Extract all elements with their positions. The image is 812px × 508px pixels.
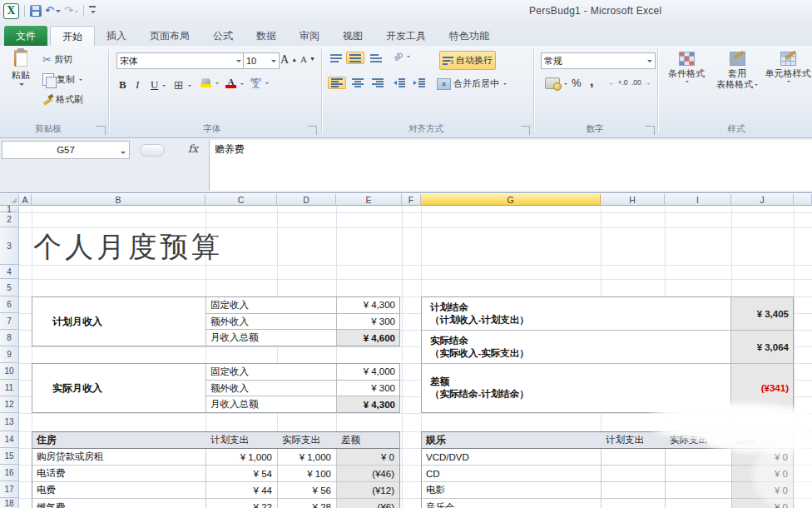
- tab-data[interactable]: 数据: [245, 27, 288, 46]
- dialog-launcher-icon[interactable]: [646, 126, 655, 135]
- column-header-c[interactable]: C: [205, 194, 277, 206]
- customize-qat-button[interactable]: [89, 6, 96, 16]
- decrease-decimal-button[interactable]: .00→: [629, 77, 653, 87]
- table-row[interactable]: CD ¥ 0: [422, 466, 793, 482]
- column-header-f[interactable]: F: [402, 194, 421, 206]
- tab-review[interactable]: 审阅: [288, 27, 331, 46]
- table-row[interactable]: 燃气费 ¥ 22 ¥ 28 (¥6): [32, 499, 399, 508]
- column-header-partial[interactable]: [794, 194, 812, 206]
- table-row[interactable]: 电费 ¥ 44 ¥ 56 (¥12): [32, 482, 399, 499]
- summary-table[interactable]: 计划结余 （计划收入-计划支出） ¥ 3,405 实际结余 （实际收入-实际支出…: [421, 296, 794, 413]
- align-center-button[interactable]: [349, 77, 366, 88]
- align-left-button[interactable]: [328, 77, 346, 89]
- table-row[interactable]: 电话费 ¥ 54 ¥ 100 (¥46): [32, 466, 399, 482]
- save-button[interactable]: [30, 5, 42, 17]
- bold-button[interactable]: B: [116, 77, 129, 92]
- column-header-h[interactable]: H: [601, 194, 665, 206]
- row-header[interactable]: 5: [0, 279, 19, 296]
- copy-button[interactable]: 复制: [40, 72, 85, 87]
- cut-button[interactable]: ✂ 剪切: [40, 52, 75, 67]
- italic-button[interactable]: I: [133, 77, 141, 92]
- row-header[interactable]: 2: [0, 212, 19, 227]
- row-header[interactable]: 15: [0, 448, 19, 465]
- name-box[interactable]: G57: [2, 141, 130, 159]
- align-middle-button[interactable]: [346, 52, 364, 64]
- row-header[interactable]: 13: [0, 413, 19, 431]
- tab-developer[interactable]: 开发工具: [374, 27, 438, 46]
- row-header[interactable]: 4: [0, 265, 19, 279]
- row-header[interactable]: 17: [0, 481, 19, 498]
- formula-input[interactable]: 赡养费: [209, 140, 812, 191]
- table-row[interactable]: 额外收入 ¥ 300: [206, 381, 399, 397]
- column-header-a[interactable]: A: [19, 194, 32, 206]
- table-row[interactable]: 实际结余 （实际收入-实际支出） ¥ 3,064: [422, 331, 793, 364]
- table-row[interactable]: 固定收入 ¥ 4,000: [206, 364, 399, 381]
- fill-color-button[interactable]: [198, 77, 221, 88]
- tab-file[interactable]: 文件: [4, 26, 47, 46]
- row-header[interactable]: 8: [0, 330, 19, 346]
- increase-indent-button[interactable]: [411, 77, 428, 88]
- increase-decimal-button[interactable]: ←+.0: [606, 77, 631, 87]
- actual-income-table[interactable]: 实际月收入 固定收入 ¥ 4,000 额外收入 ¥ 300 月收入总额 ¥ 4,…: [32, 363, 400, 413]
- column-header-g-selected[interactable]: G: [421, 194, 601, 206]
- format-painter-button[interactable]: 格式刷: [40, 92, 86, 107]
- planned-income-table[interactable]: 计划月收入 固定收入 ¥ 4,300 额外收入 ¥ 300 月收入总额 ¥ 4,…: [32, 296, 400, 346]
- number-format-combo[interactable]: 常规: [541, 52, 656, 69]
- font-family-combo[interactable]: 宋体: [116, 52, 245, 69]
- currency-format-button[interactable]: [542, 77, 570, 90]
- tab-view[interactable]: 视图: [331, 27, 374, 46]
- table-row[interactable]: 额外收入 ¥ 300: [206, 314, 399, 331]
- tab-special-features[interactable]: 特色功能: [438, 27, 501, 46]
- dialog-launcher-icon[interactable]: [521, 126, 530, 135]
- table-row[interactable]: 固定收入 ¥ 4,300: [206, 297, 399, 314]
- column-header-j[interactable]: J: [731, 194, 794, 206]
- font-size-combo[interactable]: 10: [243, 52, 280, 69]
- housing-table[interactable]: 住房 计划支出 实际支出 差额 购房贷款或房租 ¥ 1,000 ¥ 1,000 …: [32, 431, 400, 508]
- wrap-text-button[interactable]: 自动换行: [439, 51, 496, 70]
- undo-dropdown-icon[interactable]: [56, 10, 61, 15]
- borders-button[interactable]: ⊞: [171, 77, 194, 92]
- conditional-formatting-button[interactable]: 条件格式: [664, 52, 709, 84]
- table-row-total[interactable]: 月收入总额 ¥ 4,300: [206, 396, 399, 412]
- orientation-button[interactable]: ab: [391, 51, 413, 62]
- row-header[interactable]: 16: [0, 465, 19, 481]
- align-right-button[interactable]: [369, 77, 386, 88]
- dialog-launcher-icon[interactable]: [97, 126, 106, 135]
- table-row[interactable]: 计划结余 （计划收入-计划支出） ¥ 3,405: [422, 297, 793, 331]
- table-row[interactable]: 购房贷款或房租 ¥ 1,000 ¥ 1,000 ¥ 0: [32, 449, 399, 466]
- font-color-button[interactable]: A: [223, 77, 246, 89]
- merge-center-button[interactable]: a 合并后居中: [434, 77, 509, 91]
- undo-button[interactable]: ↶: [45, 4, 61, 17]
- table-row[interactable]: 电影 ¥ 0: [422, 482, 793, 499]
- column-header-e[interactable]: E: [336, 194, 402, 206]
- decrease-indent-button[interactable]: [391, 77, 408, 88]
- row-header[interactable]: 11: [0, 380, 19, 396]
- row-header[interactable]: 6: [0, 296, 19, 313]
- row-header[interactable]: 18: [0, 498, 19, 508]
- dialog-launcher-icon[interactable]: [308, 126, 317, 135]
- align-bottom-button[interactable]: [368, 52, 384, 63]
- column-header-i[interactable]: I: [665, 194, 731, 206]
- worksheet[interactable]: A B C D E F G H I J 1 2 3 4 5 6 7 8 9 10…: [0, 192, 812, 508]
- insert-function-button[interactable]: fx: [188, 142, 198, 155]
- tab-insert[interactable]: 插入: [95, 27, 138, 46]
- format-as-table-button[interactable]: 套用 表格格式: [714, 52, 760, 90]
- underline-button[interactable]: U: [148, 77, 168, 92]
- comma-style-button[interactable]: ,: [587, 73, 596, 90]
- table-row-total[interactable]: 月收入总额 ¥ 4,600: [206, 330, 399, 346]
- phonetic-guide-button[interactable]: wén文: [248, 76, 271, 89]
- align-top-button[interactable]: [328, 52, 344, 63]
- redo-button[interactable]: ↷: [64, 4, 78, 17]
- row-header[interactable]: 12: [0, 396, 19, 413]
- percent-style-button[interactable]: %: [569, 76, 584, 90]
- row-header[interactable]: 7: [0, 313, 19, 330]
- cell-styles-button[interactable]: 单元格样式: [764, 52, 812, 84]
- column-header-b[interactable]: B: [32, 194, 205, 206]
- tab-home[interactable]: 开始: [50, 26, 95, 47]
- row-header[interactable]: 9: [0, 346, 19, 363]
- row-header[interactable]: 3: [0, 227, 19, 265]
- row-header[interactable]: 10: [0, 363, 19, 380]
- row-header[interactable]: 1: [0, 207, 19, 212]
- tab-formulas[interactable]: 公式: [201, 27, 245, 46]
- grow-font-button[interactable]: A▲: [278, 52, 300, 67]
